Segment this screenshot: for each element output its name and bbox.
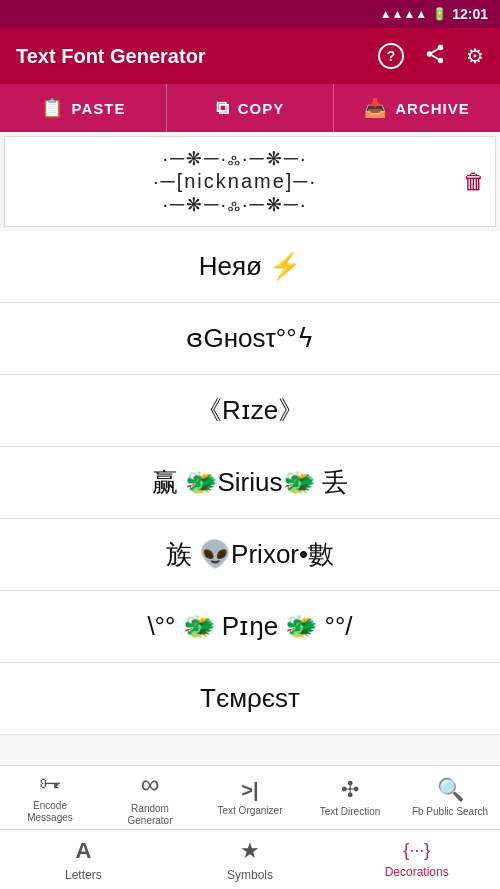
svg-line-4 — [432, 48, 438, 52]
bottom-sub-tabs: A Letters ★ Symbols {···} Decorations — [0, 829, 500, 889]
sub-tab-symbols[interactable]: ★ Symbols — [167, 830, 334, 889]
encode-icon: 🗝 — [39, 771, 61, 797]
font-item-5[interactable]: 族 👽Prixor•數 — [0, 519, 500, 591]
font-text-4: 赢 🐲Sirius🐲 丢 — [152, 465, 347, 500]
tab-encode[interactable]: 🗝 EncodeMessages — [0, 766, 100, 829]
app-header: Text Font Generator ? ⚙ — [0, 28, 500, 84]
paste-button[interactable]: 📋 PASTE — [0, 84, 167, 132]
share-icon[interactable] — [424, 43, 446, 70]
font-text-5: 族 👽Prixor•數 — [166, 537, 334, 572]
font-text-3: 《Rɪze》 — [196, 393, 304, 428]
app-title: Text Font Generator — [16, 45, 206, 68]
organizer-icon: >| — [241, 779, 258, 802]
copy-button[interactable]: ⧉ COPY — [167, 84, 334, 132]
delete-button[interactable]: 🗑 — [463, 169, 485, 195]
sub-tab-decorations[interactable]: {···} Decorations — [333, 830, 500, 889]
font-item-7[interactable]: Тємρєѕт — [0, 663, 500, 735]
svg-point-1 — [427, 51, 433, 57]
battery-icon: 🔋 — [432, 7, 447, 21]
font-item-2[interactable]: ɞGнοѕτ°°ϟ — [0, 303, 500, 375]
font-item-1[interactable]: Heяø ⚡ — [0, 231, 500, 303]
letters-icon: A — [75, 838, 91, 864]
direction-icon: ✣ — [341, 777, 359, 803]
font-text-1: Heяø ⚡ — [199, 251, 301, 282]
tab-organizer[interactable]: >| Text Organizer — [200, 766, 300, 829]
random-label: RandomGenerator — [127, 803, 172, 827]
decorations-icon: {···} — [403, 840, 430, 861]
font-text-2: ɞGнοѕτ°°ϟ — [186, 323, 313, 354]
svg-point-2 — [438, 57, 444, 62]
font-item-4[interactable]: 赢 🐲Sirius🐲 丢 — [0, 447, 500, 519]
archive-icon: 📥 — [364, 97, 387, 119]
paste-label: PASTE — [72, 100, 126, 117]
input-text: ·─❋─·ஃ·─❋─· ·─[nickname]─· ·─❋─·ஃ·─❋─· — [15, 147, 455, 216]
font-list: Heяø ⚡ ɞGнοѕτ°°ϟ 《Rɪze》 赢 🐲Sirius🐲 丢 族 👽… — [0, 231, 500, 776]
archive-button[interactable]: 📥 ARCHIVE — [334, 84, 500, 132]
toolbar: 📋 PASTE ⧉ COPY 📥 ARCHIVE — [0, 84, 500, 132]
fb-icon: 🔍 — [437, 777, 464, 803]
font-item-6[interactable]: \°° 🐲 Pɪŋe 🐲 °°/ — [0, 591, 500, 663]
sub-tab-letters[interactable]: A Letters — [0, 830, 167, 889]
symbols-label: Symbols — [227, 868, 273, 882]
archive-label: ARCHIVE — [395, 100, 470, 117]
symbols-icon: ★ — [240, 838, 260, 864]
tab-random[interactable]: ∞ RandomGenerator — [100, 766, 200, 829]
font-text-6: \°° 🐲 Pɪŋe 🐲 °°/ — [147, 611, 352, 642]
tab-direction[interactable]: ✣ Text Direction — [300, 766, 400, 829]
header-icons: ? ⚙ — [378, 43, 484, 70]
copy-icon: ⧉ — [216, 98, 230, 119]
signal-icon: ▲▲▲▲ — [380, 7, 428, 21]
time-display: 12:01 — [452, 6, 488, 22]
bottom-tabs: 🗝 EncodeMessages ∞ RandomGenerator >| Te… — [0, 765, 500, 829]
svg-line-3 — [432, 55, 438, 59]
status-icons: ▲▲▲▲ 🔋 12:01 — [380, 6, 488, 22]
copy-label: COPY — [238, 100, 285, 117]
encode-label: EncodeMessages — [27, 800, 73, 824]
organizer-label: Text Organizer — [217, 805, 282, 817]
tab-fb[interactable]: 🔍 Fb Public Search — [400, 766, 500, 829]
settings-icon[interactable]: ⚙ — [466, 44, 484, 68]
paste-icon: 📋 — [41, 97, 64, 119]
fb-label: Fb Public Search — [412, 806, 488, 818]
decorations-label: Decorations — [385, 865, 449, 879]
font-text-7: Тємρєѕт — [200, 683, 300, 714]
letters-label: Letters — [65, 868, 102, 882]
random-icon: ∞ — [141, 769, 160, 800]
input-area[interactable]: ·─❋─·ஃ·─❋─· ·─[nickname]─· ·─❋─·ஃ·─❋─· 🗑 — [4, 136, 496, 227]
font-item-3[interactable]: 《Rɪze》 — [0, 375, 500, 447]
svg-point-0 — [438, 44, 444, 50]
help-icon[interactable]: ? — [378, 43, 404, 69]
status-bar: ▲▲▲▲ 🔋 12:01 — [0, 0, 500, 28]
direction-label: Text Direction — [320, 806, 381, 818]
